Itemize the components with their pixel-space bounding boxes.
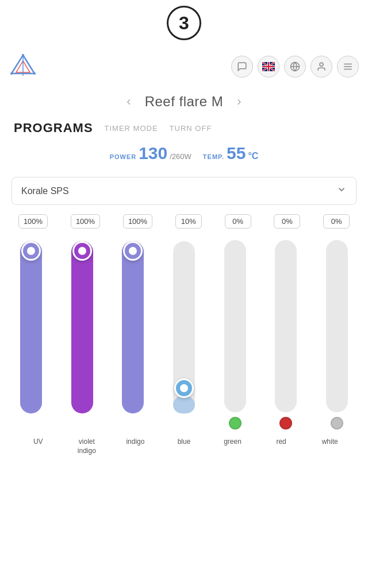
- slider-label-red: red: [261, 438, 301, 455]
- menu-button[interactable]: [337, 56, 359, 78]
- slider-thumb-inner-violet-indigo: [78, 247, 86, 255]
- header-icons: [231, 56, 359, 78]
- slider-track-uv: [20, 241, 42, 413]
- slider-track-blue: [173, 241, 195, 413]
- slider-fill-violet-indigo: [71, 241, 93, 413]
- slider-thumb-violet-indigo[interactable]: [72, 241, 92, 261]
- slider-track-green: [224, 240, 246, 412]
- labels-row: UVviolet indigoindigobluegreenredwhite: [7, 435, 361, 467]
- svg-point-5: [10, 72, 13, 75]
- pct-badge-white: 0%: [323, 214, 350, 229]
- dropdown-label: Korale SPS: [21, 186, 69, 196]
- slider-thumb-inner-uv: [27, 247, 35, 255]
- power-temp-row: POWER 130 /260W TEMP. 55 °C: [0, 140, 368, 172]
- prev-device-button[interactable]: ‹: [122, 92, 135, 111]
- tabs-row: PROGRAMS TIMER MODE TURN OFF: [0, 116, 368, 140]
- globe-button[interactable]: [284, 56, 306, 78]
- svg-point-4: [22, 54, 24, 56]
- device-name-row: ‹ Reef flare M ›: [0, 87, 368, 116]
- temp-value: 55: [227, 144, 246, 163]
- color-dot-white: [331, 417, 343, 430]
- device-name: Reef flare M: [145, 94, 224, 110]
- svg-point-6: [33, 72, 36, 75]
- slider-track-indigo: [122, 241, 144, 413]
- color-dot-green: [229, 417, 241, 430]
- slider-fill-blue: [173, 396, 195, 413]
- slider-track-white: [326, 240, 348, 412]
- chevron-down-icon: [336, 184, 347, 198]
- pct-badge-uv: 100%: [18, 214, 48, 229]
- tab-timer-mode[interactable]: TIMER MODE: [105, 124, 158, 133]
- user-button[interactable]: [310, 56, 332, 78]
- pct-badge-red: 0%: [274, 214, 300, 229]
- slider-label-white: white: [310, 438, 350, 455]
- header: [0, 46, 368, 87]
- slider-label-violet-indigo: violet indigo: [67, 438, 107, 455]
- slider-thumb-inner-indigo: [129, 247, 137, 255]
- slider-track-violet-indigo: [71, 241, 93, 413]
- temp-unit: °C: [248, 151, 258, 161]
- slider-thumb-blue[interactable]: [174, 378, 194, 398]
- slider-label-green: green: [213, 438, 253, 455]
- slider-fill-uv: [20, 241, 42, 413]
- slider-col-white[interactable]: [317, 240, 357, 431]
- slider-col-indigo[interactable]: [113, 241, 153, 431]
- pct-badge-green: 0%: [225, 214, 251, 229]
- step-circle: 3: [167, 6, 201, 40]
- slider-thumb-inner-blue: [180, 384, 188, 392]
- logo: [9, 53, 37, 80]
- slider-label-uv: UV: [18, 438, 58, 455]
- power-value: 130: [139, 144, 167, 163]
- slider-track-red: [275, 240, 297, 412]
- slider-label-blue: blue: [164, 438, 204, 455]
- power-max: /260W: [170, 152, 191, 161]
- power-label: POWER: [110, 153, 137, 160]
- sliders-section: 100%100%100%10%0%0%0% UVviolet indigoind…: [0, 214, 368, 467]
- next-device-button[interactable]: ›: [232, 92, 246, 111]
- svg-point-18: [320, 63, 323, 66]
- slider-label-indigo: indigo: [115, 438, 155, 455]
- sliders-row: [7, 235, 361, 431]
- program-dropdown[interactable]: Korale SPS: [12, 177, 356, 205]
- temp-label: TEMP.: [203, 153, 224, 160]
- step-number: 3: [179, 13, 189, 34]
- pct-badge-violet-indigo: 100%: [71, 214, 100, 229]
- chat-button[interactable]: [231, 56, 253, 78]
- slider-fill-indigo: [122, 241, 144, 413]
- slider-col-uv[interactable]: [11, 241, 51, 431]
- slider-col-blue[interactable]: [164, 241, 204, 431]
- color-dot-red: [279, 417, 292, 430]
- flag-uk-button[interactable]: [258, 56, 279, 78]
- tab-programs[interactable]: PROGRAMS: [14, 121, 93, 136]
- tab-turn-off[interactable]: TURN OFF: [170, 124, 212, 133]
- slider-col-red[interactable]: [266, 240, 306, 431]
- svg-rect-15: [262, 66, 275, 67]
- slider-col-green[interactable]: [215, 240, 255, 431]
- pct-badge-blue: 10%: [175, 214, 202, 229]
- slider-col-violet-indigo[interactable]: [62, 241, 102, 431]
- percentages-row: 100%100%100%10%0%0%0%: [7, 214, 361, 229]
- pct-badge-indigo: 100%: [123, 214, 152, 229]
